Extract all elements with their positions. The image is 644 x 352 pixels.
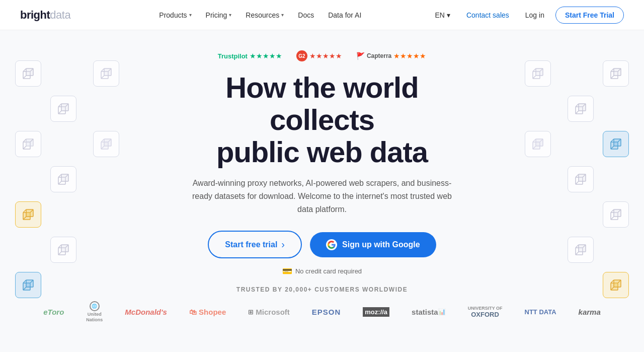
hero-section: Trustpilot ★★★★★ G2 ★★★★★ 🚩 Capterra ★★★…	[0, 30, 644, 352]
svg-line-57	[611, 139, 614, 142]
ratings-bar: Trustpilot ★★★★★ G2 ★★★★★ 🚩 Capterra ★★★…	[171, 50, 473, 61]
svg-line-7	[58, 104, 61, 107]
logo-data: data	[50, 9, 70, 22]
microsoft-grid-icon: ⊞	[248, 308, 254, 316]
svg-rect-25	[58, 248, 65, 255]
svg-line-4	[23, 76, 26, 79]
capterra-rating: 🚩 Capterra ★★★★★	[356, 52, 426, 60]
svg-rect-6	[61, 104, 68, 111]
cube-box	[93, 60, 119, 87]
cube-box-blue	[603, 131, 629, 157]
logo-statista: statista 📊	[400, 308, 457, 316]
svg-rect-41	[104, 139, 111, 146]
svg-line-68	[618, 209, 621, 213]
logo[interactable]: bright data	[20, 9, 70, 22]
svg-rect-60	[576, 177, 583, 184]
svg-line-73	[583, 245, 586, 248]
svg-rect-15	[58, 177, 65, 184]
start-free-trial-button[interactable]: Start Free Trial	[555, 7, 624, 24]
svg-line-14	[23, 146, 26, 149]
svg-line-28	[65, 245, 68, 248]
svg-line-52	[576, 104, 579, 107]
cube-box	[525, 131, 551, 157]
svg-line-74	[576, 252, 579, 255]
cube-box	[603, 201, 629, 228]
svg-line-48	[618, 68, 621, 72]
svg-line-8	[65, 104, 68, 107]
chevron-down-icon: ▾	[229, 12, 231, 18]
svg-line-83	[540, 68, 543, 72]
svg-line-62	[576, 174, 579, 177]
hero-content: Trustpilot ★★★★★ G2 ★★★★★ 🚩 Capterra ★★★…	[171, 50, 473, 276]
chevron-down-icon: ▾	[189, 12, 192, 18]
svg-line-49	[611, 76, 614, 79]
svg-line-54	[576, 111, 579, 114]
svg-rect-65	[611, 213, 618, 220]
svg-line-9	[58, 111, 61, 114]
svg-rect-16	[61, 174, 68, 181]
svg-line-87	[533, 139, 536, 142]
logo-karma: karma	[568, 308, 612, 316]
cube-box	[50, 96, 76, 122]
svg-line-67	[611, 209, 614, 213]
no-credit-card-notice: 💳 No credit card required	[171, 266, 473, 276]
navbar: bright data Products ▾ Pricing ▾ Resourc…	[0, 0, 644, 30]
cube-box	[568, 237, 594, 263]
svg-rect-81	[536, 68, 543, 76]
g2-badge: G2	[296, 50, 307, 61]
nav-data-for-ai[interactable]: Data for AI	[322, 7, 367, 23]
logo-mcdonalds: McDonald's	[114, 308, 178, 316]
credit-card-icon: 💳	[282, 266, 292, 276]
login-link[interactable]: Log in	[520, 8, 549, 22]
svg-line-84	[533, 76, 536, 79]
svg-rect-86	[536, 139, 543, 146]
svg-rect-35	[101, 72, 108, 79]
start-free-trial-button[interactable]: Start free trial ›	[208, 231, 302, 258]
nav-right: EN ▾ Contact sales Log in Start Free Tri…	[430, 7, 624, 24]
svg-line-69	[611, 217, 614, 220]
svg-line-72	[576, 245, 579, 248]
nav-docs[interactable]: Docs	[292, 7, 320, 23]
svg-line-24	[23, 217, 26, 220]
svg-rect-71	[579, 245, 586, 252]
svg-rect-5	[58, 107, 65, 114]
svg-line-22	[23, 209, 26, 213]
customer-logos-bar: eToro 🌐 United Nations McDonald's 🛍 Shop…	[30, 301, 614, 322]
cube-box-gold	[15, 201, 41, 228]
svg-rect-55	[611, 142, 618, 149]
hero-subheadline: Award-winning proxy networks, AI-powered…	[191, 177, 453, 216]
svg-rect-56	[614, 139, 621, 146]
capterra-flag-icon: 🚩	[356, 52, 365, 60]
statista-chart-icon: 📊	[438, 308, 446, 315]
svg-rect-80	[533, 72, 540, 79]
logo-united-nations: 🌐 United Nations	[75, 301, 114, 322]
svg-rect-51	[579, 104, 586, 111]
svg-line-82	[533, 68, 536, 72]
svg-line-47	[611, 68, 614, 72]
cube-box	[93, 131, 119, 157]
svg-line-13	[30, 139, 33, 142]
svg-rect-11	[26, 139, 33, 146]
cube-box	[50, 237, 76, 263]
sign-up-google-button[interactable]: Sign up with Google	[310, 232, 436, 257]
svg-line-38	[108, 68, 111, 72]
nav-pricing[interactable]: Pricing ▾	[200, 7, 238, 23]
svg-line-12	[23, 139, 26, 142]
logo-oxford: UNIVERSITY OF OXFORD	[457, 306, 514, 318]
nav-products[interactable]: Products ▾	[153, 7, 197, 23]
nav-resources[interactable]: Resources ▾	[239, 7, 290, 23]
contact-sales-link[interactable]: Contact sales	[461, 8, 514, 22]
svg-rect-0	[23, 72, 30, 79]
cube-box	[568, 166, 594, 192]
language-selector[interactable]: EN ▾	[430, 8, 455, 22]
chevron-down-icon: ▾	[447, 11, 450, 19]
svg-rect-40	[101, 142, 108, 149]
google-icon	[326, 239, 337, 250]
svg-rect-1	[26, 68, 33, 76]
cta-buttons: Start free trial › Sign up with Google	[171, 231, 473, 258]
logo-mozilla: moz://a	[352, 307, 400, 317]
cube-box	[15, 60, 41, 87]
trustpilot-stars: ★★★★★	[250, 52, 282, 60]
svg-line-39	[101, 76, 104, 79]
svg-line-23	[30, 209, 33, 213]
